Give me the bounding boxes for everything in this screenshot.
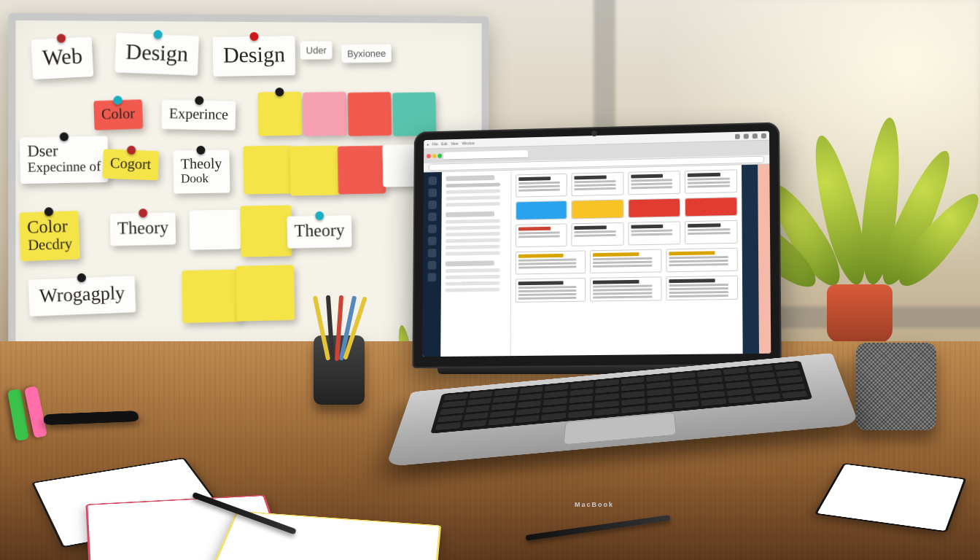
- sticky-note: [338, 146, 386, 195]
- sticky-note: Cogort: [102, 149, 159, 180]
- sticky-note: Color: [93, 99, 143, 130]
- traffic-light-min: [432, 154, 437, 158]
- traffic-light-close: [427, 154, 431, 158]
- laptop-screen: ●FileEditViewWindow: [422, 131, 771, 357]
- laptop: ●FileEditViewWindow: [408, 124, 780, 511]
- sticky-note: Theory: [287, 215, 351, 249]
- sticky-note: [348, 92, 392, 136]
- sticky-note: Theory: [110, 212, 176, 246]
- sticky-note: Design: [114, 33, 199, 76]
- app-sidebar: [440, 171, 511, 357]
- color-swatch: [685, 198, 737, 216]
- sticky-note: [303, 92, 347, 136]
- sticky-note: Design: [213, 36, 296, 76]
- sticky-note: Experince: [161, 100, 236, 131]
- sticky-note: [257, 92, 302, 136]
- mesh-cup: [856, 343, 936, 430]
- app-rightstrip-accent: [758, 164, 771, 354]
- sticky-note: Uder: [300, 41, 332, 59]
- app-leftnav: [422, 172, 442, 357]
- sticky-note: Byxionee: [341, 44, 392, 63]
- traffic-light-max: [438, 154, 442, 158]
- sticky-note: [243, 146, 292, 195]
- color-swatch: [629, 199, 680, 217]
- browser-tab: [443, 149, 528, 160]
- sticky-note: [189, 209, 241, 249]
- color-swatch: [516, 201, 567, 219]
- laptop-brand: MacBook: [575, 501, 614, 508]
- sticky-note: Web: [31, 37, 93, 79]
- pencil-cup: [314, 335, 365, 405]
- app-mainpane: [511, 165, 743, 356]
- sticky-note: ColorDecdry: [19, 211, 79, 262]
- sticky-note: TheolyDook: [173, 149, 230, 193]
- sticky-note: Wrogagply: [28, 276, 136, 316]
- sticky-note: [240, 205, 292, 257]
- sticky-note: DserExpecinne of: [20, 136, 109, 184]
- app-rightstrip: [742, 165, 759, 354]
- sticky-note: [236, 265, 295, 322]
- sticky-note: [289, 146, 340, 196]
- color-swatch: [572, 200, 623, 218]
- sticky-note: [182, 269, 241, 323]
